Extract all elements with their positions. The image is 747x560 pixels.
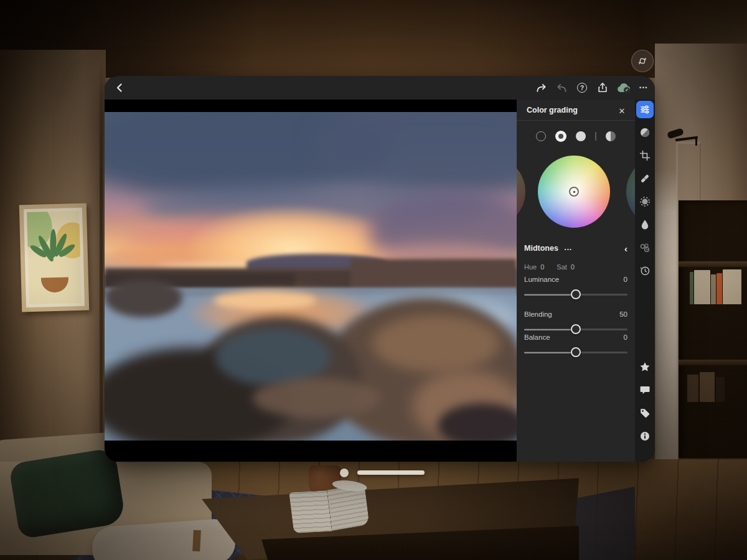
healing-brush-icon (639, 173, 651, 184)
healing-tool-button[interactable] (636, 170, 654, 187)
panel-title: Color grading (527, 106, 578, 114)
luminance-knob[interactable] (571, 289, 581, 299)
sat-value: 0 (571, 263, 575, 271)
panel-header: Color grading ✕ (517, 100, 635, 121)
sync-check-icon: ✓ (624, 87, 630, 93)
rating-button[interactable] (636, 358, 654, 376)
visionos-scene: ? ✓ (0, 0, 747, 560)
tone-circle-icon (639, 127, 651, 138)
back-button[interactable] (111, 79, 128, 96)
balance-slider-row: Balance 0 (524, 334, 627, 357)
balance-label: Balance (524, 334, 550, 341)
close-panel-button[interactable]: ✕ (615, 104, 629, 118)
blending-value: 50 (619, 310, 627, 318)
section-more-icon[interactable]: ••• (565, 245, 572, 252)
collapse-chevron-icon[interactable]: ‹ (624, 244, 627, 253)
info-button[interactable] (636, 427, 654, 445)
rotate-window-icon (637, 56, 647, 66)
hue-sat-readout: Hue 0 Sat 0 (524, 263, 627, 271)
color-wheel-cursor[interactable] (569, 187, 579, 197)
star-icon (639, 362, 651, 373)
undo-icon (556, 82, 568, 94)
tool-rail (635, 100, 655, 462)
tone-range-selector (517, 128, 635, 144)
sat-label: Sat (557, 263, 567, 271)
hue-label: Hue (524, 263, 537, 271)
redo-icon (535, 82, 547, 94)
tone-divider (595, 132, 596, 141)
versions-tool-button[interactable] (636, 239, 654, 256)
balance-value: 0 (624, 334, 627, 341)
tone-tool-button[interactable] (636, 124, 654, 141)
blending-slider[interactable] (524, 324, 627, 334)
balance-knob[interactable] (571, 347, 581, 357)
global-tone-button[interactable] (606, 131, 616, 141)
window-close-button[interactable] (340, 469, 349, 477)
redo-button[interactable] (533, 79, 548, 96)
more-button[interactable]: ••• (636, 79, 651, 96)
blending-slider-row: Blending 50 (524, 310, 627, 334)
balance-slider[interactable] (524, 347, 627, 357)
comments-button[interactable] (636, 381, 654, 399)
section-row: Midtones ••• ‹ (524, 242, 627, 254)
info-icon (639, 431, 651, 442)
edit-tool-button[interactable] (636, 101, 654, 118)
history-tool-button[interactable] (636, 262, 654, 279)
masking-icon (639, 196, 651, 207)
blending-knob[interactable] (571, 324, 581, 334)
ellipsis-icon: ••• (639, 85, 648, 91)
blending-label: Blending (524, 310, 552, 318)
photo-area (105, 100, 517, 462)
luminance-slider-row: Luminance 0 (524, 276, 627, 299)
versions-icon (639, 242, 651, 253)
luminance-value: 0 (624, 276, 627, 283)
help-button[interactable]: ? (575, 79, 590, 96)
section-label: Midtones (524, 244, 558, 253)
help-icon: ? (577, 83, 587, 93)
midtones-color-wheel[interactable] (538, 156, 610, 228)
hue-value: 0 (540, 263, 544, 271)
environment-rotate-button[interactable] (631, 50, 654, 72)
history-clock-icon (639, 265, 651, 276)
shadows-tone-button[interactable] (536, 131, 546, 141)
photo-canvas[interactable] (105, 112, 517, 441)
tag-icon (639, 408, 651, 419)
cloud-sync-button[interactable]: ✓ (616, 79, 631, 96)
highlights-color-wheel-partial[interactable] (626, 156, 635, 228)
masking-tool-button[interactable] (636, 193, 654, 210)
midtones-tone-button[interactable] (555, 131, 566, 142)
luminance-label: Luminance (524, 276, 559, 283)
crop-icon (639, 150, 651, 161)
crop-tool-button[interactable] (636, 147, 654, 164)
window-drag-bar[interactable] (357, 470, 425, 475)
top-toolbar: ? ✓ (105, 76, 655, 100)
share-icon (597, 82, 608, 93)
shadows-color-wheel-partial[interactable] (517, 156, 525, 228)
highlights-tone-button[interactable] (576, 131, 586, 141)
color-grading-panel: Color grading ✕ (517, 100, 635, 462)
keywords-button[interactable] (636, 404, 654, 422)
share-button[interactable] (595, 79, 610, 96)
water-drop-icon (639, 219, 651, 230)
close-icon: ✕ (619, 106, 626, 116)
chevron-left-icon (115, 83, 125, 93)
lightroom-window: ? ✓ (105, 76, 655, 462)
edit-sliders-icon (639, 104, 651, 115)
undo-button[interactable] (554, 79, 569, 96)
comment-bubble-icon (639, 385, 651, 396)
luminance-slider[interactable] (524, 289, 627, 299)
lens-blur-tool-button[interactable] (636, 216, 654, 233)
